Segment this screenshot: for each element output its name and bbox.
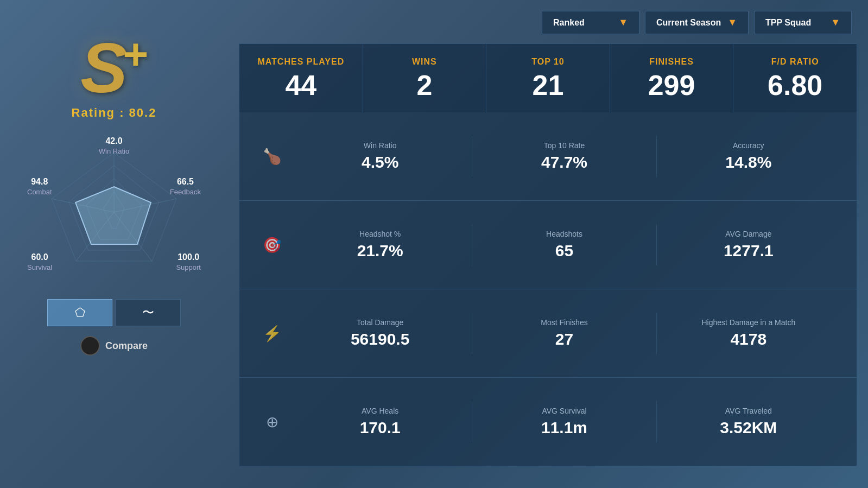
detail-item-most_finishes: Most Finishes 27 xyxy=(472,313,656,354)
detail-item-label-accuracy: Accuracy xyxy=(662,141,835,150)
radar-label-win-ratio: 42.0 Win Ratio xyxy=(99,136,129,156)
detail-item-highest_damage: Highest Damage in a Match 4178 xyxy=(657,313,840,354)
stat-label-wins: Wins xyxy=(369,57,481,67)
detail-item-value-avg_heals: 170.1 xyxy=(294,419,466,437)
detail-row-row3: ⚡ Total Damage 56190.5 Most Finishes 27 … xyxy=(239,289,857,378)
detail-items-row2: Headshot % 21.7% Headshots 65 AVG Damage… xyxy=(288,224,840,265)
mode-dropdown[interactable]: Ranked ▼ xyxy=(542,11,639,34)
stat-col-finishes: Finishes 299 xyxy=(610,44,734,112)
stat-value-fd_ratio: 6.80 xyxy=(739,71,851,99)
detail-item-value-avg_damage: 1277.1 xyxy=(662,242,835,260)
detail-item-label-total_damage: Total Damage xyxy=(294,318,466,327)
detail-item-value-avg_traveled: 3.52KM xyxy=(662,419,835,437)
season-label: Current Season xyxy=(656,18,721,28)
stat-value-finishes: 299 xyxy=(616,71,728,99)
season-dropdown[interactable]: Current Season ▼ xyxy=(645,11,749,34)
detail-item-value-headshot_pct: 21.7% xyxy=(294,242,466,260)
detail-item-value-highest_damage: 4178 xyxy=(662,330,835,348)
radar-label-support: 100.0 Support xyxy=(176,252,201,272)
detail-items-row4: AVG Heals 170.1 AVG Survival 11.1m AVG T… xyxy=(288,401,840,442)
detail-item-avg_survival: AVG Survival 11.1m xyxy=(472,401,656,442)
detail-item-value-win_ratio: 4.5% xyxy=(294,153,466,172)
detail-item-value-most_finishes: 27 xyxy=(478,330,650,348)
stat-value-matches_played: 44 xyxy=(245,71,357,99)
radar-polygon xyxy=(75,187,151,244)
detail-item-value-total_damage: 56190.5 xyxy=(294,330,466,348)
top-stats-row: Matches Played 44 Wins 2 Top 10 21 Finis… xyxy=(239,43,857,112)
squad-dropdown[interactable]: TPP Squad ▼ xyxy=(754,11,852,34)
detail-item-top10_rate: Top 10 Rate 47.7% xyxy=(472,136,656,177)
season-arrow: ▼ xyxy=(727,17,737,28)
detail-items-row3: Total Damage 56190.5 Most Finishes 27 Hi… xyxy=(288,313,840,354)
detail-row-row2: 🎯 Headshot % 21.7% Headshots 65 AVG Dama… xyxy=(239,201,857,289)
detail-icon-row3: ⚡ xyxy=(256,325,288,343)
detail-item-total_damage: Total Damage 56190.5 xyxy=(288,313,472,354)
radar-chart-container: 42.0 Win Ratio 66.5 Feedback 100.0 Suppo… xyxy=(22,136,206,288)
compare-row[interactable]: Compare xyxy=(80,336,148,356)
detail-item-label-avg_traveled: AVG Traveled xyxy=(662,407,835,415)
radar-label-combat: 94.8 Combat xyxy=(27,177,52,197)
detail-item-avg_traveled: AVG Traveled 3.52KM xyxy=(657,401,840,442)
detail-item-label-avg_damage: AVG Damage xyxy=(662,230,835,238)
stat-col-matches_played: Matches Played 44 xyxy=(239,44,363,112)
detail-item-accuracy: Accuracy 14.8% xyxy=(657,136,840,177)
rank-badge: S+ xyxy=(80,33,147,103)
detail-icon-row2: 🎯 xyxy=(256,236,288,254)
compare-toggle[interactable] xyxy=(80,336,100,356)
rank-plus: + xyxy=(122,30,148,78)
stat-label-finishes: Finishes xyxy=(616,57,728,67)
detail-item-value-avg_survival: 11.1m xyxy=(478,419,650,437)
rating-prefix: Rating : xyxy=(72,106,129,119)
detail-item-label-win_ratio: Win Ratio xyxy=(294,141,466,150)
detail-item-value-headshots: 65 xyxy=(478,242,650,260)
detail-item-avg_heals: AVG Heals 170.1 xyxy=(288,401,472,442)
detail-item-headshot_pct: Headshot % 21.7% xyxy=(288,224,472,265)
tab-chart[interactable]: 〜 xyxy=(116,299,181,326)
detail-row-row1: 🍗 Win Ratio 4.5% Top 10 Rate 47.7% Accur… xyxy=(239,112,857,201)
detail-item-label-top10_rate: Top 10 Rate xyxy=(478,141,650,150)
radar-label-feedback: 66.5 Feedback xyxy=(170,177,201,197)
squad-arrow: ▼ xyxy=(831,17,840,28)
detail-item-label-headshot_pct: Headshot % xyxy=(294,230,466,238)
detail-item-headshots: Headshots 65 xyxy=(472,224,656,265)
detail-item-win_ratio: Win Ratio 4.5% xyxy=(288,136,472,177)
detail-item-label-most_finishes: Most Finishes xyxy=(478,318,650,327)
compare-label: Compare xyxy=(105,340,148,352)
detail-item-label-headshots: Headshots xyxy=(478,230,650,238)
detail-item-label-highest_damage: Highest Damage in a Match xyxy=(662,318,835,327)
stat-col-fd_ratio: F/D Ratio 6.80 xyxy=(733,44,857,112)
tab-radar[interactable]: ⬠ xyxy=(47,299,112,326)
stat-col-wins: Wins 2 xyxy=(363,44,487,112)
detail-icon-row1: 🍗 xyxy=(256,148,288,166)
detail-grid: 🍗 Win Ratio 4.5% Top 10 Rate 47.7% Accur… xyxy=(239,112,857,466)
stat-col-top10: Top 10 21 xyxy=(486,44,610,112)
mode-label: Ranked xyxy=(553,18,585,28)
detail-item-label-avg_survival: AVG Survival xyxy=(478,407,650,415)
detail-item-avg_damage: AVG Damage 1277.1 xyxy=(657,224,840,265)
left-panel: S+ Rating : 80.2 xyxy=(0,0,228,488)
top-bar: Ranked ▼ Current Season ▼ TPP Squad ▼ xyxy=(542,11,852,34)
detail-row-row4: ⊕ AVG Heals 170.1 AVG Survival 11.1m AVG… xyxy=(239,378,857,466)
bottom-tabs: ⬠ 〜 xyxy=(47,299,181,326)
stat-label-fd_ratio: F/D Ratio xyxy=(739,57,851,67)
stat-value-wins: 2 xyxy=(369,71,481,99)
rating-display: Rating : 80.2 xyxy=(72,106,157,120)
rank-letter: S xyxy=(80,28,128,107)
radar-label-survival: 60.0 Survival xyxy=(27,252,52,272)
squad-label: TPP Squad xyxy=(765,18,811,28)
stat-label-top10: Top 10 xyxy=(492,57,604,67)
mode-arrow: ▼ xyxy=(618,17,628,28)
detail-item-value-top10_rate: 47.7% xyxy=(478,153,650,172)
main-panel: Matches Played 44 Wins 2 Top 10 21 Finis… xyxy=(239,43,857,466)
detail-item-label-avg_heals: AVG Heals xyxy=(294,407,466,415)
detail-items-row1: Win Ratio 4.5% Top 10 Rate 47.7% Accurac… xyxy=(288,136,840,177)
rating-value: 80.2 xyxy=(129,106,157,119)
detail-icon-row4: ⊕ xyxy=(256,413,288,431)
detail-item-value-accuracy: 14.8% xyxy=(662,153,835,172)
stat-label-matches_played: Matches Played xyxy=(245,57,357,67)
stat-value-top10: 21 xyxy=(492,71,604,99)
